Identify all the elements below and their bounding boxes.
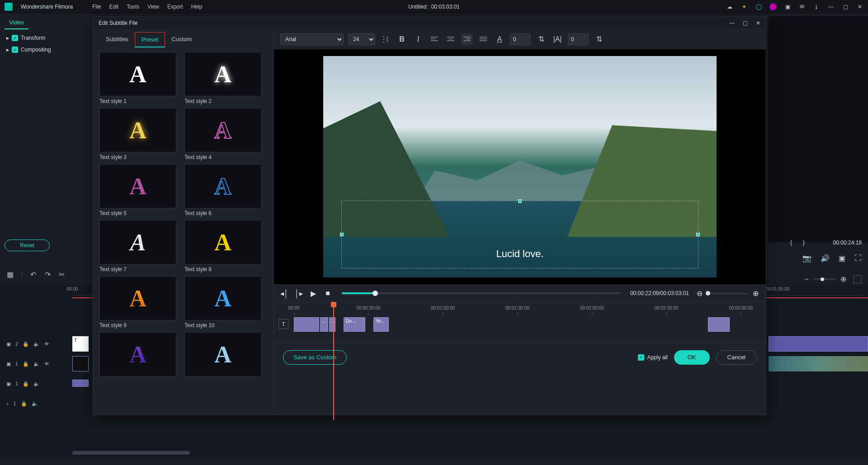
compositing-checkbox[interactable]: ✓ xyxy=(12,47,18,53)
eye-icon[interactable]: 👁 xyxy=(44,361,49,366)
save-as-custom-button[interactable]: Save as Custom xyxy=(283,350,347,365)
mute-icon[interactable]: 🔈 xyxy=(33,341,40,347)
mute-icon[interactable]: 🔈 xyxy=(33,381,40,387)
progress-knob[interactable] xyxy=(373,291,378,296)
prev-frame-icon[interactable]: ◂│ xyxy=(280,289,288,297)
apply-all-checkbox[interactable]: ✓ Apply all xyxy=(638,354,667,361)
preset-thumb-6[interactable]: A xyxy=(184,164,261,208)
letter-spacing-icon[interactable]: |A| xyxy=(552,33,563,45)
menu-export[interactable]: Export xyxy=(167,4,183,10)
resize-handle-right[interactable] xyxy=(696,233,700,236)
timeline-scrollbar[interactable] xyxy=(72,451,190,455)
playhead[interactable] xyxy=(333,303,334,420)
tab-subtitles[interactable]: Subtitles xyxy=(99,32,135,47)
download-icon[interactable]: ⭳ xyxy=(813,3,820,10)
subtitle-clip[interactable]: ... xyxy=(320,317,328,332)
preset-thumb-7[interactable]: A xyxy=(99,220,176,264)
stop-icon[interactable]: ■ xyxy=(324,289,332,297)
video-clip[interactable] xyxy=(72,356,89,371)
align-justify-icon[interactable] xyxy=(477,33,489,45)
subtitle-clip-selected[interactable]: T xyxy=(72,336,89,352)
play-icon[interactable]: ▶ xyxy=(309,289,317,297)
subtitle-clip[interactable] xyxy=(708,317,730,332)
subtitle-clip[interactable]: ... xyxy=(329,317,335,332)
dialog-close-icon[interactable]: ✕ xyxy=(756,20,760,26)
progress-slider[interactable] xyxy=(342,292,620,294)
stepper-icon[interactable]: ⇅ xyxy=(593,33,605,45)
window-close-icon[interactable]: ✕ xyxy=(856,3,863,10)
ok-button[interactable]: OK xyxy=(674,350,710,365)
subtitle-text[interactable]: Lucid love. xyxy=(342,248,698,260)
preset-thumb-1[interactable]: A xyxy=(99,52,176,96)
menu-view[interactable]: View xyxy=(147,4,159,10)
video-clip[interactable] xyxy=(769,336,868,352)
undo-icon[interactable]: ↶ xyxy=(29,270,37,278)
transform-checkbox[interactable]: ✓ xyxy=(12,35,18,41)
mail-icon[interactable]: ✉ xyxy=(798,3,806,10)
tab-preset[interactable]: Preset xyxy=(135,32,165,47)
menu-help[interactable]: Help xyxy=(191,4,203,10)
next-frame-icon[interactable]: │▸ xyxy=(295,289,303,297)
subtitle-clip[interactable]: Do ... xyxy=(344,317,365,332)
reset-button[interactable]: Reset xyxy=(5,240,50,251)
redo-icon[interactable]: ↷ xyxy=(43,270,52,278)
window-maximize-icon[interactable]: ▢ xyxy=(842,3,849,10)
zoom-in-icon[interactable]: ⊕ xyxy=(751,289,760,297)
menu-tools[interactable]: Tools xyxy=(127,4,139,10)
eye-icon[interactable]: 👁 xyxy=(44,341,49,347)
preset-thumb-2[interactable]: A xyxy=(184,52,261,96)
italic-button[interactable]: I xyxy=(412,33,424,45)
transform-item[interactable]: ▸ ✓ Transform xyxy=(0,32,72,44)
resize-handle-top[interactable] xyxy=(518,199,522,203)
zoom-slider-right[interactable] xyxy=(813,278,836,280)
fullscreen-icon[interactable]: ⛶ xyxy=(854,254,862,263)
lock-icon[interactable]: 🔒 xyxy=(23,341,29,347)
lock-icon[interactable]: 🔒 xyxy=(23,381,29,387)
stepper-icon[interactable]: ⇅ xyxy=(535,33,547,45)
subtitle-clip[interactable] xyxy=(294,317,319,332)
preset-thumb-5[interactable]: A xyxy=(99,164,176,208)
mute-icon[interactable]: 🔈 xyxy=(32,401,38,407)
avatar-icon[interactable] xyxy=(769,3,777,10)
delete-icon[interactable]: ✂ xyxy=(58,270,66,278)
preset-thumb-10[interactable]: A xyxy=(184,276,261,320)
brace-icons[interactable]: { } xyxy=(790,239,809,246)
waveform-icon[interactable] xyxy=(854,275,862,283)
menu-file[interactable]: File xyxy=(92,4,101,10)
align-center-icon[interactable] xyxy=(445,33,457,45)
video-clip[interactable] xyxy=(769,356,868,371)
lock-icon[interactable]: 🔒 xyxy=(23,361,29,367)
spacing-input[interactable] xyxy=(568,33,589,45)
save-icon[interactable]: ▣ xyxy=(784,3,791,10)
screen-icon[interactable]: ▣ xyxy=(839,254,845,263)
line-spacing-icon[interactable] xyxy=(380,33,392,45)
window-minimize-icon[interactable]: — xyxy=(827,3,835,10)
text-color-icon[interactable]: A xyxy=(494,33,505,45)
playhead-handle[interactable] xyxy=(331,302,336,307)
preset-thumb-12[interactable]: A xyxy=(184,332,261,376)
subtitle-clip[interactable]: Yo... xyxy=(373,317,389,332)
preset-thumb-3[interactable]: A xyxy=(99,108,176,152)
align-right-icon[interactable] xyxy=(461,33,473,45)
grid-icon[interactable]: ▦ xyxy=(6,270,14,278)
speaker-icon[interactable]: 🔊 xyxy=(821,254,830,263)
zoom-slider[interactable] xyxy=(707,293,748,294)
subtitle-track[interactable]: T ......Do ...Yo... xyxy=(294,317,760,332)
preset-thumb-11[interactable]: A xyxy=(99,332,176,376)
idea-icon[interactable]: ✦ xyxy=(741,3,748,10)
compositing-item[interactable]: ▸ ✓ Compositing xyxy=(0,44,72,56)
audio-clip[interactable] xyxy=(72,380,89,387)
camera-icon[interactable]: 📷 xyxy=(802,254,811,263)
headphones-icon[interactable]: ◯ xyxy=(755,3,762,10)
dialog-maximize-icon[interactable]: ▢ xyxy=(743,20,748,26)
align-left-icon[interactable] xyxy=(429,33,440,45)
font-select[interactable]: Arial xyxy=(280,33,344,45)
subtitle-bounding-box[interactable]: Lucid love. xyxy=(341,201,698,268)
resize-handle-left[interactable] xyxy=(340,233,344,236)
preset-thumb-8[interactable]: A xyxy=(184,220,261,264)
video-tab[interactable]: Video xyxy=(5,16,28,29)
bold-button[interactable]: B xyxy=(396,33,408,45)
lock-icon[interactable]: 🔒 xyxy=(21,401,27,407)
zoom-out-right-icon[interactable]: − xyxy=(805,275,809,283)
cloud-icon[interactable]: ☁ xyxy=(726,3,733,10)
